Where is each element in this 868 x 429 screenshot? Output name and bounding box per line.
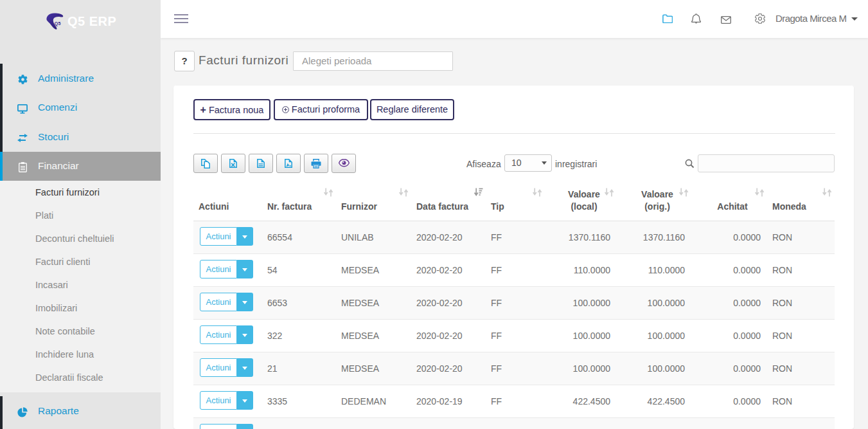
svg-text:Q5: Q5 [55, 21, 61, 26]
